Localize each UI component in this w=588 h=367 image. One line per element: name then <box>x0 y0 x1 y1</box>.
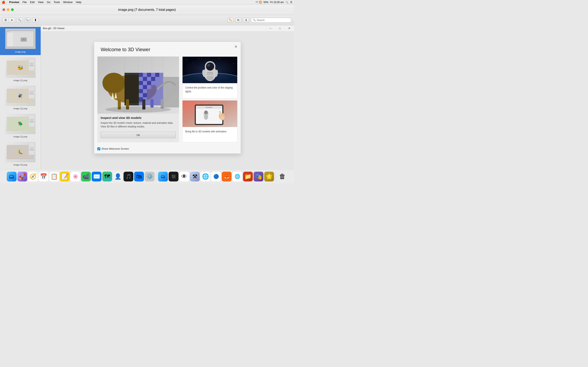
lighting-feature-text: Control the position and color of the st… <box>182 83 237 96</box>
dialog-close-button[interactable]: ✕ <box>233 44 238 49</box>
dock-maps-icon[interactable]: 🗺 <box>102 172 112 182</box>
dock-preview-icon[interactable]: 👁 <box>179 172 189 182</box>
dock-facetime-icon[interactable]: 📹 <box>81 172 91 182</box>
dock-filezilla-icon[interactable]: 📁 <box>243 172 253 182</box>
svg-rect-38 <box>139 93 143 97</box>
svg-rect-66 <box>207 74 214 75</box>
sidebar-item[interactable]: 🐛 image (4).png <box>0 140 41 167</box>
search-bar[interactable]: 🔍 <box>251 18 292 23</box>
dock-trash-icon[interactable]: 🗑 <box>277 172 287 182</box>
sidebar-item[interactable]: 🐝 image (1).png <box>0 56 41 83</box>
menu-view[interactable]: View <box>38 1 44 4</box>
dock-launchpad-icon[interactable]: 🚀 <box>17 172 27 182</box>
show-welcome-checkbox[interactable] <box>97 147 100 150</box>
info-btn[interactable]: ℹ <box>243 18 249 23</box>
menu-help[interactable]: Help <box>76 1 81 4</box>
rotate-btn[interactable]: ↻ <box>235 18 241 23</box>
dock-itunes-icon[interactable]: 🎵 <box>123 172 133 182</box>
svg-rect-24 <box>139 77 143 81</box>
main-feature-title: Inspect and view 3D models <box>101 116 176 119</box>
menu-go[interactable]: Go <box>47 1 50 4</box>
svg-point-54 <box>219 58 219 58</box>
dock-finder-icon[interactable]: 🗂 <box>7 172 17 182</box>
dock-contacts-icon[interactable]: 👤 <box>113 172 123 182</box>
ok-button[interactable]: Ok <box>101 132 176 138</box>
menu-file[interactable]: File <box>22 1 27 4</box>
zoom-out-btn[interactable]: 🔍- <box>17 18 23 23</box>
svg-rect-21 <box>147 73 151 77</box>
menu-edit[interactable]: Edit <box>30 1 35 4</box>
menu-tools[interactable]: Tools <box>54 1 60 4</box>
svg-rect-20 <box>143 73 147 77</box>
sidebar-item[interactable]: 3D image.png <box>0 27 41 55</box>
dock-terminal-icon[interactable]: ⬛ <box>169 172 178 182</box>
sidebar-item[interactable]: 🪰 image (2).png <box>0 84 41 111</box>
menu-window[interactable]: Window <box>63 1 72 4</box>
dock-sysprefs-icon[interactable]: ⚙️ <box>145 172 155 182</box>
menu-bar-icons: 🛡 📶 <box>256 1 262 4</box>
dock-photos-icon[interactable]: 🌸 <box>70 172 80 182</box>
dock-mail-icon[interactable]: ✉️ <box>92 172 102 182</box>
dialog-title: Welcome to 3D Viewer <box>94 42 241 57</box>
svg-rect-69 <box>207 76 214 80</box>
spotlight-icon[interactable]: 🔍 <box>285 1 288 4</box>
app-name[interactable]: Preview <box>9 1 19 4</box>
svg-point-77 <box>204 114 208 120</box>
sidebar-toggle-group[interactable]: ☰ ▾ <box>2 17 15 23</box>
dialog-footer: Show Welcome Screen <box>94 146 241 154</box>
sidebar-label-5: image (4).png <box>13 164 28 166</box>
dock-separator-1 <box>156 173 156 181</box>
windows-app-title: Bee.glb - 3D Viewer <box>43 27 65 30</box>
battery-display: 93% <box>264 1 268 4</box>
share-btn[interactable]: ⬆ <box>32 18 38 23</box>
svg-rect-30 <box>143 81 147 85</box>
mac-dock: 🗂 🚀 🧭 📅 📋 📝 🌸 📹 ✉️ 🗺 👤 🎵 🛍 ⚙️ 🗂 ⬛ 👁 ⚒ 🌐 … <box>0 169 294 184</box>
dock-firefox-icon[interactable]: 🦊 <box>222 172 232 182</box>
dock-finder2-icon[interactable]: 🗂 <box>158 172 168 182</box>
window-maximize-button[interactable] <box>11 8 14 11</box>
window-close-button[interactable] <box>2 8 5 11</box>
dock-xcode-icon[interactable]: ⚒ <box>190 172 200 182</box>
annotate-btn[interactable]: ✏️ <box>227 18 233 23</box>
svg-point-55 <box>227 60 228 61</box>
search-icon: 🔍 <box>253 19 256 21</box>
search-input[interactable] <box>257 19 289 22</box>
dock-calendar-icon[interactable]: 📅 <box>39 172 48 182</box>
svg-rect-35 <box>147 85 151 89</box>
show-welcome-checkbox-label[interactable]: Show Welcome Screen <box>97 147 129 150</box>
win-restore-btn[interactable]: □ <box>275 25 285 31</box>
lighting-feature-card: Control the position and color of the st… <box>182 57 237 99</box>
dock-reminders-icon[interactable]: 📋 <box>49 172 59 182</box>
zoom-in-btn[interactable]: 🔍+ <box>25 18 31 23</box>
dock-appstore-icon[interactable]: 🛍 <box>134 172 144 182</box>
main-feature-desc: Inspect the 3D model's mesh, texture, ma… <box>101 121 176 128</box>
dock-chrome-icon[interactable]: 🔵 <box>211 172 221 182</box>
sidebar-dropdown-btn[interactable]: ▾ <box>9 18 15 23</box>
apple-menu[interactable]: 🍎 <box>2 1 5 4</box>
sidebar-thumb-5: 🐛 <box>5 142 35 162</box>
animation-image: 3D Viewer <box>182 100 237 127</box>
window-title: image.png (7 documents, 7 total pages) <box>118 8 176 12</box>
svg-text:3D Viewer: 3D Viewer <box>206 107 213 108</box>
toolbar: ☰ ▾ 🔍- 🔍+ ⬆ ✏️ ↻ ℹ 🔍 <box>0 15 294 25</box>
dock-chrome2-icon[interactable]: 🌐 <box>232 172 242 182</box>
show-welcome-label: Show Welcome Screen <box>102 147 129 150</box>
sidebar-item[interactable]: 🪲 image (3).png <box>0 112 41 140</box>
svg-point-63 <box>206 62 214 71</box>
svg-rect-36 <box>139 89 143 93</box>
win-minimize-btn[interactable]: ─ <box>266 25 275 31</box>
sidebar-toggle-btn[interactable]: ☰ <box>3 18 9 23</box>
dock-more2-icon[interactable]: 🌟 <box>264 172 274 182</box>
astronaut-image <box>182 57 237 83</box>
svg-point-53 <box>207 62 207 62</box>
dock-safari2-icon[interactable]: 🌐 <box>200 172 210 182</box>
dock-notes-icon[interactable]: 📝 <box>60 172 70 182</box>
animation-feature-card: 3D Viewer <box>182 100 237 142</box>
dock-safari-icon[interactable]: 🧭 <box>28 172 38 182</box>
dock-more1-icon[interactable]: 🎭 <box>254 172 263 182</box>
win-close-btn[interactable]: ✕ <box>285 25 294 31</box>
svg-point-50 <box>186 59 187 60</box>
notification-center-icon[interactable]: ☰ <box>290 1 292 4</box>
svg-rect-28 <box>155 77 159 81</box>
window-minimize-button[interactable] <box>7 8 9 11</box>
